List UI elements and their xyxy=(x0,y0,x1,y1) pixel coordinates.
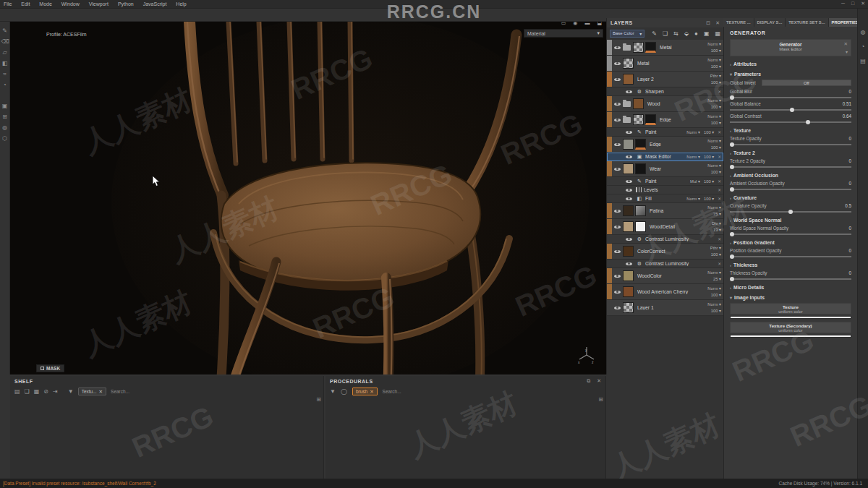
param-slider[interactable] xyxy=(730,144,851,145)
blend-mode[interactable]: Pthr ▾ xyxy=(699,245,721,252)
close-icon[interactable]: ✕ xyxy=(597,378,601,384)
tab-texture-[interactable]: TEXTURE ... xyxy=(723,18,754,27)
blend-mode[interactable]: Mul ▾ xyxy=(690,179,700,184)
visibility-toggle[interactable] xyxy=(612,208,623,214)
add-smart-material-icon[interactable]: ● xyxy=(694,30,698,37)
camera-icon[interactable]: ◉ xyxy=(573,22,577,26)
param-slider[interactable] xyxy=(730,189,851,190)
layer-row-wood-american-cherry[interactable]: Wood American CherryNorm ▾100 ▾ xyxy=(607,284,723,300)
visibility-toggle[interactable] xyxy=(624,196,634,202)
opacity-value[interactable]: 100 ▾ xyxy=(699,48,721,54)
layer-row-edge[interactable]: EdgeNorm ▾100 ▾ xyxy=(607,137,723,153)
close-icon[interactable]: ✕ xyxy=(370,389,373,395)
toggle-button[interactable]: Off xyxy=(762,80,851,86)
procedurals-filter-chip[interactable]: brush ✕ xyxy=(352,388,378,395)
blend-mode[interactable]: Norm ▾ xyxy=(686,155,700,159)
add-group-icon[interactable]: ▣ xyxy=(704,30,710,37)
section-curvature[interactable]: ›Curvature xyxy=(730,195,851,200)
section-world-space-normal[interactable]: ›World Space Normal xyxy=(730,218,851,223)
section-parameters[interactable]: ▾Parameters xyxy=(730,72,851,77)
projection-tool-icon[interactable]: ▱ xyxy=(1,49,9,56)
procedurals-search-input[interactable]: Search... xyxy=(383,389,401,394)
layer-row-colorcorrect[interactable]: ColorCorrectPthr ▾100 ▾ xyxy=(607,244,723,260)
opacity-value[interactable]: 100 ▾ xyxy=(699,292,721,299)
layer-row-contrast-luminosity[interactable]: ⚙Contrast Luminosity✕ xyxy=(607,260,723,268)
visibility-toggle[interactable] xyxy=(612,289,623,295)
blend-mode[interactable]: Pthr ▾ xyxy=(699,73,721,80)
remove-effect-icon[interactable]: ✕ xyxy=(718,188,721,192)
layer-row-wood[interactable]: WoodNorm ▾100 ▾ xyxy=(607,96,723,112)
material-mode-dropdown[interactable]: Material ▾ xyxy=(524,29,603,38)
shelf-filter-chip[interactable]: Textu... ✕ xyxy=(78,388,106,395)
menu-file[interactable]: File xyxy=(4,1,12,7)
slider-knob[interactable] xyxy=(730,232,734,236)
opacity-value[interactable]: 100 ▾ xyxy=(704,130,714,134)
smudge-tool-icon[interactable]: ≈ xyxy=(1,71,9,78)
menu-javascript[interactable]: JavaScript xyxy=(143,1,167,7)
remove-effect-icon[interactable]: ✕ xyxy=(718,90,721,94)
blend-mode[interactable]: Norm ▾ xyxy=(686,197,700,201)
section-image-inputs[interactable]: ▾Image Inputs xyxy=(730,295,851,300)
tab-display-s-[interactable]: DISPLAY S... xyxy=(754,18,786,27)
layer-row-mask-editor[interactable]: ▣Mask EditorNorm ▾100 ▾✕ xyxy=(607,153,723,161)
visibility-toggle[interactable] xyxy=(624,179,634,184)
menu-mode[interactable]: Mode xyxy=(39,1,52,7)
close-icon[interactable]: ✕ xyxy=(715,20,720,26)
layer-row-contrast-luminosity[interactable]: ⚙Contrast Luminosity✕ xyxy=(607,235,723,244)
layer-row-wear[interactable]: WearNorm ▾100 ▾ xyxy=(607,161,723,177)
viewport-3d[interactable]: Profile: ACESFilm ▭ ◉ ▬ ⬓ Material ▾ MAS… xyxy=(10,22,606,374)
opacity-value[interactable]: 13 ▾ xyxy=(699,227,721,234)
history-icon[interactable]: ◔ xyxy=(861,43,865,50)
paint-tool-icon[interactable]: ✎ xyxy=(1,27,9,35)
param-slider[interactable] xyxy=(730,97,851,98)
visibility-toggle[interactable] xyxy=(624,261,634,267)
grid-view-icon[interactable]: ⊞ xyxy=(316,396,321,403)
visibility-toggle[interactable] xyxy=(624,89,634,95)
remove-effect-icon[interactable]: ✕ xyxy=(718,155,721,159)
channel-dropdown[interactable]: Base Color ▾ xyxy=(610,30,644,38)
opacity-value[interactable]: 25 ▾ xyxy=(699,276,721,283)
layer-row-patina[interactable]: PatinaNorm ▾75 ▾ xyxy=(607,203,723,219)
layer-row-metal[interactable]: MetalNorm ▾100 ▾ xyxy=(607,56,723,72)
param-slider[interactable] xyxy=(730,278,851,280)
log-icon[interactable]: ▤ xyxy=(860,58,866,64)
snapshot-icon[interactable]: ⬓ xyxy=(597,22,602,26)
layer-row-layer-1[interactable]: Layer 1Norm ▾100 ▾ xyxy=(607,300,723,316)
visibility-toggle[interactable] xyxy=(624,236,634,242)
opacity-value[interactable]: 100 ▾ xyxy=(699,145,721,151)
image-input-texture-secondary-[interactable]: Texture (Secondary)uniform color xyxy=(730,322,851,333)
opacity-value[interactable]: 100 ▾ xyxy=(699,308,721,314)
remove-effect-icon[interactable]: ✕ xyxy=(718,262,721,266)
uniform-color-swatch[interactable] xyxy=(730,316,851,319)
param-slider[interactable] xyxy=(730,256,851,257)
comment-icon[interactable]: ▭ xyxy=(561,22,566,26)
filter-icon[interactable]: ▼ xyxy=(68,388,74,395)
link-icon[interactable]: ▦ xyxy=(34,388,40,395)
param-slider[interactable] xyxy=(730,109,851,111)
new-resource-icon[interactable]: ❏ xyxy=(25,388,30,395)
tab-texture-set-s-[interactable]: TEXTURE SET S... xyxy=(786,18,828,27)
add-paint-layer-icon[interactable]: ✎ xyxy=(652,30,657,37)
layer-row-metal[interactable]: MetalNorm ▾100 ▾ xyxy=(607,40,723,56)
generator-selector[interactable]: Generator Mask Editor ✕ ▾ xyxy=(730,39,851,56)
layer-row-fill[interactable]: ◧FillNorm ▾100 ▾✕ xyxy=(607,194,723,203)
visibility-toggle[interactable] xyxy=(612,45,623,51)
slider-knob[interactable] xyxy=(730,187,734,192)
param-slider[interactable] xyxy=(730,211,851,213)
visibility-toggle[interactable] xyxy=(612,305,623,311)
opacity-value[interactable]: 100 ▾ xyxy=(704,155,714,159)
blend-mode[interactable]: Norm ▾ xyxy=(699,270,721,276)
menu-edit[interactable]: Edit xyxy=(21,1,30,7)
param-slider[interactable] xyxy=(730,166,851,168)
polygon-fill-tool-icon[interactable]: ◧ xyxy=(1,60,9,67)
visibility-toggle[interactable] xyxy=(612,117,623,123)
section-attributes[interactable]: ›Attributes xyxy=(730,61,851,67)
blend-mode[interactable]: Norm ▾ xyxy=(699,138,721,145)
slider-knob[interactable] xyxy=(790,108,794,112)
slider-knob[interactable] xyxy=(806,120,810,124)
blend-mode[interactable]: Div ▾ xyxy=(699,221,721,227)
opacity-value[interactable]: 100 ▾ xyxy=(704,179,714,184)
blend-mode[interactable]: Norm ▾ xyxy=(699,301,721,308)
menu-help[interactable]: Help xyxy=(176,1,186,7)
refresh-icon[interactable]: ◯ xyxy=(341,388,347,395)
